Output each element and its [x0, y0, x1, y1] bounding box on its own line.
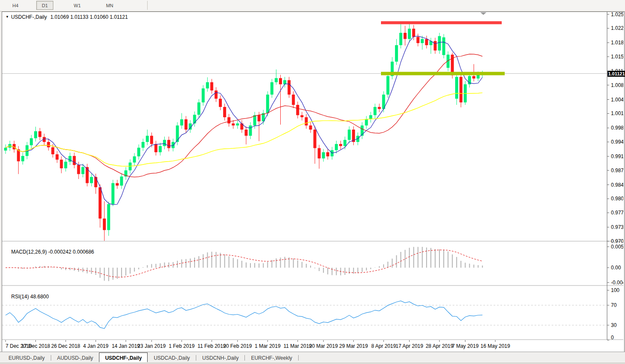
svg-text:0.98420: 0.98420: [611, 182, 623, 188]
chart-canvas[interactable]: 1.025601.022201.018701.015301.011801.008…: [2, 12, 623, 351]
timeframe-button-w1[interactable]: W1: [69, 1, 86, 10]
svg-text:1 Feb 2019: 1 Feb 2019: [169, 343, 195, 349]
shift-marker: [480, 12, 486, 15]
svg-text:20 Feb 2019: 20 Feb 2019: [223, 343, 252, 349]
svg-text:1.02220: 1.02220: [611, 25, 623, 31]
svg-text:1.01870: 1.01870: [611, 40, 623, 46]
date-axis: 7 Dec 201817 Dec 201826 Dec 20184 Jan 20…: [6, 340, 510, 349]
ma-fast: [6, 36, 483, 205]
svg-text:100: 100: [611, 287, 619, 293]
svg-text:0.99800: 0.99800: [611, 125, 623, 131]
svg-text:1.00490: 1.00490: [611, 97, 623, 103]
svg-text:14 Jan 2019: 14 Jan 2019: [112, 343, 140, 349]
tab-usdcad-daily[interactable]: USDCAD-,Daily: [148, 353, 196, 362]
ma-slow: [6, 93, 483, 166]
svg-text:0.99460: 0.99460: [611, 139, 623, 145]
svg-text:1.00840: 1.00840: [611, 82, 623, 88]
svg-text:0.97050: 0.97050: [611, 238, 623, 244]
tab-audusd-daily[interactable]: AUDUSD-,Daily: [51, 353, 99, 362]
svg-text:28 Apr 2019: 28 Apr 2019: [426, 343, 453, 349]
chart-symbol-label: USDCHF-,Daily: [11, 14, 47, 20]
svg-text:0.98080: 0.98080: [611, 196, 623, 202]
timeframe-button-d1[interactable]: D1: [36, 1, 53, 10]
tab-separator: [298, 355, 299, 361]
svg-text:0.97740: 0.97740: [611, 210, 623, 216]
svg-text:70: 70: [611, 302, 617, 308]
chart-title: ▼USDCHF-,Daily1.01069 1.01133 1.01060 1.…: [6, 14, 128, 20]
svg-text:17 Apr 2019: 17 Apr 2019: [395, 343, 423, 349]
svg-text:11 Feb 2019: 11 Feb 2019: [198, 343, 226, 349]
svg-text:0.00: 0.00: [611, 265, 621, 271]
candles-layer: [4, 22, 484, 241]
resistance-line: [381, 21, 502, 24]
macd-indicator-label: MACD(12,26,9) -0.000242 0.000686: [6, 243, 94, 261]
current-price-tag: 1.01121: [608, 71, 625, 77]
rsi-pane: 10070300: [2, 287, 619, 341]
timeframe-toolbar: H4 D1 W1 MN: [0, 0, 625, 12]
chart-window: 1.025601.022201.018701.015301.011801.008…: [2, 12, 625, 352]
timeframe-button-h4[interactable]: H4: [7, 1, 24, 10]
svg-text:0.98770: 0.98770: [611, 168, 623, 173]
svg-text:29 Mar 2019: 29 Mar 2019: [339, 343, 368, 349]
svg-text:1.00150: 1.00150: [611, 110, 623, 116]
svg-text:4 Jan 2019: 4 Jan 2019: [83, 343, 109, 349]
svg-text:1 Mar 2019: 1 Mar 2019: [255, 343, 281, 349]
svg-text:11 Mar 2019: 11 Mar 2019: [284, 343, 312, 349]
tab-eurchf-weekly[interactable]: EURCHF-,Weekly: [245, 353, 298, 362]
ma-slow-layer: [6, 93, 483, 166]
tab-usdcnh-daily[interactable]: USDCNH-,Daily: [196, 353, 244, 362]
tab-usdchf-daily[interactable]: USDCHF-,Daily: [99, 352, 148, 362]
svg-text:16 May 2019: 16 May 2019: [480, 343, 510, 349]
svg-text:0.99110: 0.99110: [611, 153, 623, 159]
rsi-line: [6, 301, 483, 329]
svg-text:1.02560: 1.02560: [611, 12, 623, 17]
svg-text:20 Mar 2019: 20 Mar 2019: [309, 343, 338, 349]
support-line: [381, 72, 505, 75]
timeframe-button-mn[interactable]: MN: [101, 1, 118, 10]
shift-marker-icon: [480, 12, 486, 15]
toolbar-separator: [147, 1, 148, 10]
svg-text:1.01530: 1.01530: [611, 54, 623, 60]
svg-text:23 Jan 2019: 23 Jan 2019: [137, 343, 166, 349]
ma-fast-layer: [6, 36, 483, 205]
svg-text:7 May 2019: 7 May 2019: [452, 343, 479, 349]
svg-text:26 Dec 2018: 26 Dec 2018: [51, 343, 80, 349]
chart-tabs-bar: EURUSD-,Daily AUDUSD-,Daily USDCHF-,Dail…: [0, 352, 625, 364]
chart-dropdown-icon[interactable]: ▼: [6, 15, 9, 19]
chart-ohlc-values: 1.01069 1.01133 1.01060 1.01121: [50, 14, 128, 20]
rsi-indicator-label: RSI(14) 48.6800: [6, 288, 49, 306]
svg-text:0: 0: [611, 335, 614, 341]
svg-text:30: 30: [611, 322, 617, 328]
svg-text:-0.004243: -0.004243: [611, 280, 623, 286]
svg-text:8 Apr 2019: 8 Apr 2019: [371, 343, 396, 349]
tab-eurusd-daily[interactable]: EURUSD-,Daily: [3, 353, 51, 362]
svg-text:0.00597: 0.00597: [611, 244, 623, 250]
svg-text:17 Dec 2018: 17 Dec 2018: [21, 343, 50, 349]
macd-pane: 0.005970.00-0.004243: [6, 244, 623, 286]
svg-text:0.97390: 0.97390: [611, 224, 623, 230]
